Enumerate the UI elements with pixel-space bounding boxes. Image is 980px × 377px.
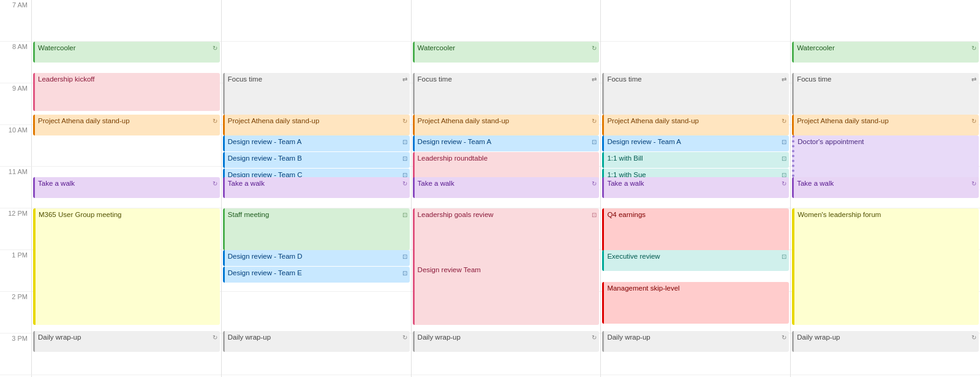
event-label: Leadership roundtable xyxy=(418,154,597,163)
calendar-event[interactable]: Project Athena daily stand-up↻ xyxy=(413,115,600,135)
calendar-event[interactable]: Executive review⊡ xyxy=(602,250,789,271)
calendar-event[interactable]: Take a walk↻ xyxy=(602,177,789,198)
event-icon: ⊡ xyxy=(782,253,786,261)
time-labels-column: 7 AM 8 AM 9 AM 10 AM 11 AM 12 PM 1 PM 2 … xyxy=(0,0,32,377)
event-label: Daily wrap-up xyxy=(228,333,401,342)
event-icon: ↻ xyxy=(782,117,786,125)
calendar-event[interactable]: Design review - Team B⊡ xyxy=(223,152,410,168)
event-label: Women's leadership forum xyxy=(797,210,976,219)
time-9am: 9 AM xyxy=(0,83,32,125)
time-10am: 10 AM xyxy=(0,125,32,167)
calendar-event[interactable]: M365 User Group meeting xyxy=(33,208,220,325)
event-icon: ⊡ xyxy=(782,154,786,162)
event-icon: ⊡ xyxy=(592,211,597,219)
day-column-2: Focus time⇄Project Athena daily stand-up… xyxy=(222,0,412,377)
events-layer: Watercooler↻Focus time⇄Project Athena da… xyxy=(412,0,601,377)
time-1pm: 1 PM xyxy=(0,250,32,292)
calendar-event[interactable]: Daily wrap-up↻ xyxy=(413,331,600,352)
calendar-event[interactable]: Project Athena daily stand-up↻ xyxy=(792,115,979,135)
event-label: Design review - Team D xyxy=(228,252,401,261)
event-icon: ⊡ xyxy=(402,154,407,162)
calendar-event[interactable]: Project Athena daily stand-up↻ xyxy=(602,115,789,135)
event-label: Watercooler xyxy=(418,44,591,53)
event-label: Design review - Team A xyxy=(418,137,591,147)
event-icon: ⇄ xyxy=(402,75,407,83)
time-2pm: 2 PM xyxy=(0,292,32,333)
calendar-event[interactable]: Staff meeting⊡ xyxy=(223,208,410,250)
calendar-event[interactable]: Design review - Team D⊡ xyxy=(223,250,410,266)
events-layer: Watercooler↻Leadership kickoffProject At… xyxy=(32,0,221,377)
event-icon: ↻ xyxy=(402,333,407,341)
event-icon: ⇄ xyxy=(971,75,976,83)
time-8am: 8 AM xyxy=(0,42,32,83)
calendar-event[interactable]: Design review - Team E⊡ xyxy=(223,267,410,283)
calendar-event[interactable]: Design review - Team A⊡ xyxy=(602,135,789,151)
event-label: Daily wrap-up xyxy=(607,333,780,342)
event-icon: ↻ xyxy=(782,333,786,341)
calendar-event[interactable]: Watercooler↻ xyxy=(33,42,220,63)
event-label: Leadership goals review xyxy=(418,210,591,219)
calendar-event[interactable]: Daily wrap-up↻ xyxy=(223,331,410,352)
event-label: Focus time xyxy=(228,75,401,84)
calendar-event[interactable]: Design review Team xyxy=(413,264,600,284)
event-icon: ↻ xyxy=(782,180,786,188)
event-label: Design review Team xyxy=(418,265,597,275)
event-label: Design review - Team B xyxy=(228,154,401,163)
calendar-event[interactable]: Leadership kickoff xyxy=(33,73,220,111)
event-icon: ↻ xyxy=(213,44,217,52)
calendar-event[interactable]: Project Athena daily stand-up↻ xyxy=(33,115,220,135)
event-icon: ⊡ xyxy=(402,138,407,146)
event-label: Design review - Team A xyxy=(228,137,401,147)
event-icon: ⊡ xyxy=(402,253,407,261)
calendar-event[interactable]: Design review - Team A⊡ xyxy=(223,135,410,151)
event-label: Leadership kickoff xyxy=(38,75,217,84)
event-label: Q4 earnings xyxy=(607,210,786,219)
event-label: Take a walk xyxy=(228,179,401,188)
calendar-event[interactable]: Daily wrap-up↻ xyxy=(792,331,979,352)
calendar-event[interactable]: Focus time⇄ xyxy=(413,73,600,115)
event-icon: ⇄ xyxy=(782,75,786,83)
event-label: 1:1 with Bill xyxy=(607,154,780,163)
event-label: M365 User Group meeting xyxy=(39,210,217,219)
event-icon: ↻ xyxy=(213,180,217,188)
calendar-event[interactable]: Focus time⇄ xyxy=(792,73,979,115)
event-label: Staff meeting xyxy=(228,210,401,219)
calendar-event[interactable]: Take a walk↻ xyxy=(413,177,600,198)
calendar-event[interactable]: Management skip-level xyxy=(602,282,789,324)
calendar-event[interactable]: Project Athena daily stand-up↻ xyxy=(223,115,410,135)
event-label: Doctor's appointment xyxy=(797,137,976,147)
calendar-event[interactable]: Take a walk↻ xyxy=(792,177,979,198)
day-column-3: Watercooler↻Focus time⇄Project Athena da… xyxy=(412,0,601,377)
day-column-1: Watercooler↻Leadership kickoffProject At… xyxy=(32,0,222,377)
event-label: Watercooler xyxy=(38,44,211,53)
calendar-event[interactable]: Focus time⇄ xyxy=(223,73,410,115)
event-icon: ↻ xyxy=(971,44,976,52)
calendar-event[interactable]: Daily wrap-up↻ xyxy=(602,331,789,352)
time-3pm: 3 PM xyxy=(0,333,32,375)
event-icon: ⇄ xyxy=(592,75,597,83)
calendar-view: 7 AM 8 AM 9 AM 10 AM 11 AM 12 PM 1 PM 2 … xyxy=(0,0,980,377)
time-11am: 11 AM xyxy=(0,167,32,208)
event-icon: ⊡ xyxy=(402,269,407,277)
calendar-event[interactable]: Women's leadership forum xyxy=(792,208,979,325)
calendar-event[interactable]: 1:1 with Bill⊡ xyxy=(602,152,789,168)
calendar-event[interactable]: Watercooler↻ xyxy=(413,42,600,63)
event-label: Project Athena daily stand-up xyxy=(797,116,970,126)
calendar-event[interactable]: Take a walk↻ xyxy=(223,177,410,198)
calendar-event[interactable]: Focus time⇄ xyxy=(602,73,789,115)
event-icon: ↻ xyxy=(971,180,976,188)
event-label: Project Athena daily stand-up xyxy=(228,116,401,126)
calendar-event[interactable]: Q4 earnings xyxy=(602,208,789,251)
event-icon: ⊡ xyxy=(402,211,407,219)
event-label: Project Athena daily stand-up xyxy=(418,116,591,126)
events-layer: Focus time⇄Project Athena daily stand-up… xyxy=(601,0,790,377)
calendar-event[interactable]: Take a walk↻ xyxy=(33,177,220,198)
event-label: Project Athena daily stand-up xyxy=(38,116,211,126)
calendar-event[interactable]: Watercooler↻ xyxy=(792,42,979,63)
event-icon: ↻ xyxy=(402,180,407,188)
events-layer: Watercooler↻Focus time⇄Project Athena da… xyxy=(791,0,980,377)
event-icon: ↻ xyxy=(971,333,976,341)
event-label: Daily wrap-up xyxy=(418,333,591,342)
calendar-event[interactable]: Design review - Team A⊡ xyxy=(413,135,600,151)
calendar-event[interactable]: Daily wrap-up↻ xyxy=(33,331,220,352)
